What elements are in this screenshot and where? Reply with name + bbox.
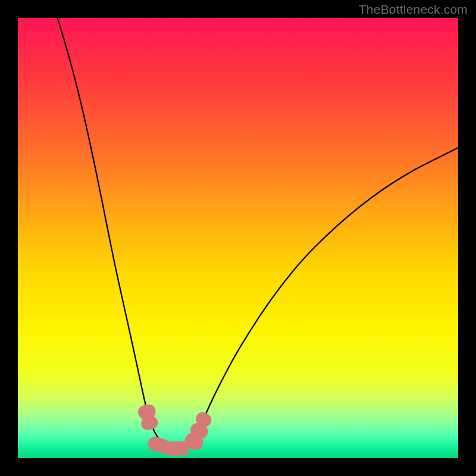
chart-svg <box>18 18 458 458</box>
plot-area <box>18 18 458 458</box>
chart-frame: TheBottleneck.com <box>0 0 476 476</box>
gradient-background <box>18 18 458 458</box>
watermark-label: TheBottleneck.com <box>359 2 468 17</box>
